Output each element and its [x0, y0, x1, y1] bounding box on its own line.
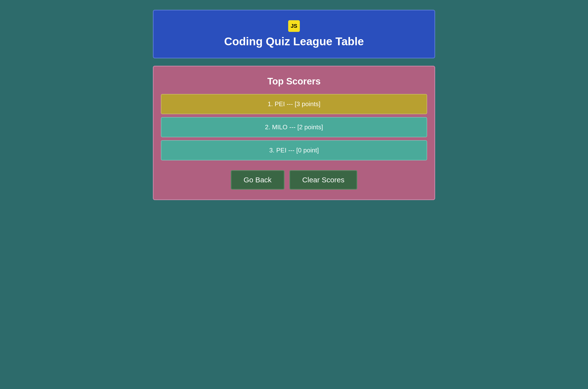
page-title: Coding Quiz League Table [158, 35, 430, 48]
score-text-3: 3. PEI --- [0 point] [269, 147, 319, 154]
score-text-2: 2. MILO --- [2 points] [265, 123, 323, 131]
section-title: Top Scorers [161, 76, 427, 87]
score-item-rank-2: 2. MILO --- [2 points] [161, 117, 427, 137]
go-back-button[interactable]: Go Back [231, 170, 284, 190]
clear-scores-button[interactable]: Clear Scores [289, 170, 357, 190]
header-card: JS Coding Quiz League Table [153, 10, 435, 58]
main-card: Top Scorers 1. PEI --- [3 points] 2. MIL… [153, 66, 435, 200]
buttons-row: Go Back Clear Scores [161, 170, 427, 190]
score-item-rank-1: 1. PEI --- [3 points] [161, 94, 427, 114]
score-item-rank-3: 3. PEI --- [0 point] [161, 140, 427, 161]
score-text-1: 1. PEI --- [3 points] [268, 100, 320, 108]
js-badge: JS [288, 20, 300, 32]
